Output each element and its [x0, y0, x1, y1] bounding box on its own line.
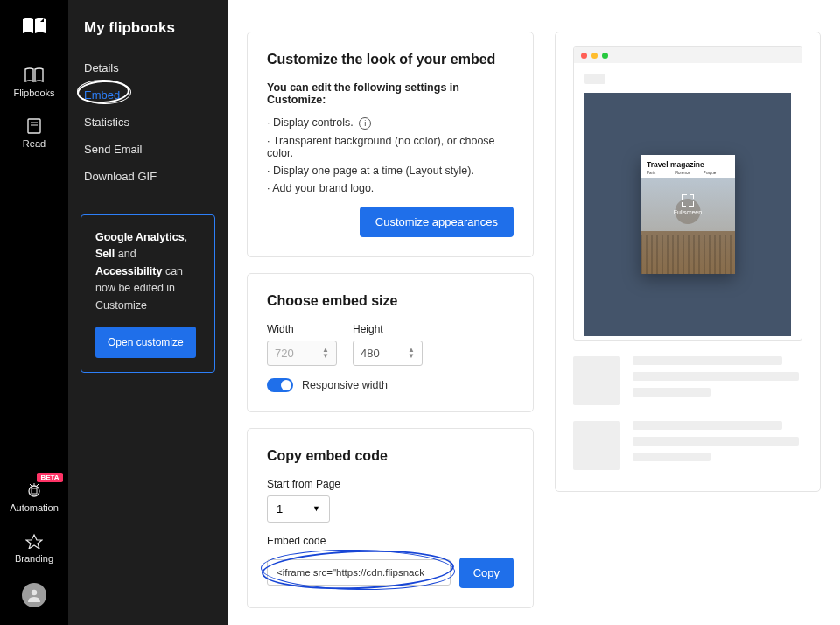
width-value: 720	[275, 347, 294, 360]
browser-titlebar	[574, 47, 802, 63]
card-title: Choose embed size	[267, 293, 514, 309]
fullscreen-overlay[interactable]: Fullscreen	[674, 194, 702, 215]
list-item: Display one page at a time (Layout style…	[267, 165, 514, 177]
preview-card: Travel magazine Paris Florence Prague	[555, 32, 821, 492]
window-min-icon	[592, 53, 598, 59]
main-content: Customize the look of your embed You can…	[228, 0, 840, 625]
magazine-col: Florence	[675, 172, 700, 176]
automation-icon	[24, 481, 45, 499]
menu-embed[interactable]: Embed	[68, 81, 228, 109]
embed-size-card: Choose embed size Width 720 ▲▼ Height 48…	[247, 273, 534, 412]
nav-label: Flipbooks	[13, 88, 54, 98]
nav-label: Automation	[10, 502, 59, 513]
stepper-icon[interactable]: ▲▼	[408, 347, 415, 359]
nav-rail: Flipbooks Read BETA Automation Branding	[0, 0, 68, 625]
stepper-icon[interactable]: ▲▼	[322, 347, 329, 359]
responsive-label: Responsive width	[302, 379, 388, 391]
placeholder	[633, 388, 710, 397]
nav-branding[interactable]: Branding	[15, 532, 53, 564]
embed-code-input[interactable]: <iframe src="https://cdn.flipsnack	[267, 559, 451, 586]
placeholder	[633, 453, 710, 461]
svg-point-8	[32, 590, 37, 595]
start-page-label: Start from Page	[267, 478, 514, 490]
placeholder	[633, 437, 799, 446]
fullscreen-icon	[682, 194, 694, 207]
placeholder	[573, 356, 620, 405]
window-max-icon	[602, 53, 608, 59]
page-title: My flipbooks	[68, 19, 228, 54]
infobox-text: Google Analytics, Sell and Accessibility…	[95, 231, 187, 312]
customize-appearances-button[interactable]: Customize appearances	[360, 207, 514, 237]
magazine-col: Paris	[647, 172, 672, 176]
list-item: Add your brand logo.	[267, 182, 514, 194]
placeholder	[573, 421, 620, 470]
side-menu: Details Embed Statistics Send Email Down…	[68, 54, 228, 190]
menu-embed-label: Embed	[84, 88, 120, 102]
read-icon	[24, 117, 45, 135]
width-input[interactable]: 720 ▲▼	[267, 341, 337, 366]
width-label: Width	[267, 323, 337, 335]
responsive-toggle[interactable]	[267, 378, 293, 392]
embed-preview: Travel magazine Paris Florence Prague	[584, 93, 791, 336]
nav-label: Read	[23, 138, 46, 149]
customize-infobox: Google Analytics, Sell and Accessibility…	[80, 214, 215, 373]
avatar[interactable]	[22, 583, 46, 607]
nav-automation[interactable]: BETA Automation	[10, 481, 59, 513]
customize-card: Customize the look of your embed You can…	[247, 32, 534, 257]
height-label: Height	[353, 323, 423, 335]
window-close-icon	[581, 53, 587, 59]
start-page-select[interactable]: 1 ▼	[267, 495, 330, 523]
nav-label: Branding	[15, 553, 53, 564]
flipbooks-icon	[24, 67, 45, 84]
svg-rect-4	[32, 488, 37, 494]
magazine-col: Prague	[704, 172, 729, 176]
card-lead: You can edit the following settings in C…	[267, 81, 514, 106]
browser-frame: Travel magazine Paris Florence Prague	[573, 46, 802, 341]
magazine-image	[640, 178, 735, 274]
svg-point-3	[29, 486, 39, 496]
open-customize-button[interactable]: Open customize	[95, 327, 196, 359]
menu-statistics[interactable]: Statistics	[68, 109, 228, 136]
magazine-title: Travel magazine	[647, 160, 729, 169]
app-logo[interactable]	[21, 16, 47, 37]
svg-rect-0	[28, 119, 40, 133]
svg-line-6	[30, 484, 32, 486]
menu-details[interactable]: Details	[68, 54, 228, 81]
card-title: Customize the look of your embed	[267, 52, 514, 67]
nav-flipbooks[interactable]: Flipbooks	[13, 67, 54, 98]
customize-list: Display controls. i Transparent backgrou…	[267, 116, 514, 194]
list-item: Transparent background (no color), or ch…	[267, 135, 514, 159]
branding-icon	[24, 532, 45, 550]
height-input[interactable]: 480 ▲▼	[353, 341, 423, 366]
beta-badge: BETA	[37, 473, 62, 482]
info-icon[interactable]: i	[359, 117, 371, 130]
list-item: Display controls. i	[267, 116, 514, 130]
height-value: 480	[360, 347, 380, 360]
start-page-value: 1	[276, 502, 283, 516]
svg-line-7	[37, 484, 38, 486]
card-title: Copy embed code	[267, 448, 514, 464]
chevron-down-icon: ▼	[312, 504, 320, 513]
placeholder	[633, 372, 799, 381]
copy-button[interactable]: Copy	[459, 558, 514, 588]
fullscreen-label: Fullscreen	[674, 209, 702, 215]
embed-code-label: Embed code	[267, 535, 514, 547]
placeholder	[584, 74, 606, 84]
placeholder	[633, 421, 782, 430]
side-panel: My flipbooks Details Embed Statistics Se…	[68, 0, 228, 625]
nav-read[interactable]: Read	[23, 117, 46, 149]
menu-send-email[interactable]: Send Email	[68, 136, 228, 163]
copy-embed-card: Copy embed code Start from Page 1 ▼ Embe…	[247, 428, 534, 608]
placeholder	[633, 356, 782, 365]
menu-download-gif[interactable]: Download GIF	[68, 163, 228, 190]
